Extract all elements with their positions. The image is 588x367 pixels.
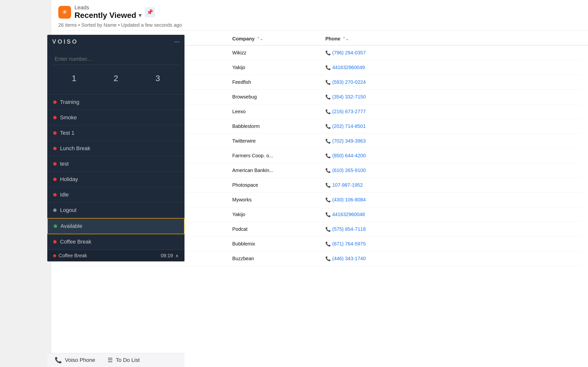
status-label: Training [60,99,79,105]
status-dot [53,162,57,166]
voiso-logo: VOISO [52,38,78,45]
status-dot [53,178,57,181]
status-item-training[interactable]: Training [47,95,184,110]
status-item-available[interactable]: Available [47,218,184,234]
cell-company: Farmers Coop. o... [230,148,323,163]
cell-phone[interactable]: 📞 (796) 294-0357 [323,46,401,60]
phone-number[interactable]: 107-987-1952 [332,182,363,188]
status-label: test [60,161,69,167]
phone-number[interactable]: (354) 332-7150 [332,94,366,100]
app-icon: ✳ [58,6,71,19]
number-input[interactable] [53,53,179,65]
cell-phone[interactable]: 📞 (850) 644-4200 [323,148,401,163]
dialpad-3[interactable]: 3 [150,71,165,86]
sort-icon-company: ⌃⌄ [257,37,263,41]
cell-phone[interactable]: 📞 (354) 332-7150 [323,90,401,104]
status-label: Idle [60,192,69,198]
cell-phone[interactable]: 📞 (671) 764-5975 [323,237,401,251]
cell-company: Buzzbean [230,251,323,266]
status-list: Training Smoke Test 1 Lunch Break test H… [47,94,184,250]
cell-company: Yakijo [230,60,323,75]
status-dot [53,131,57,135]
cell-company: Photospace [230,178,323,192]
time-display: 09:19 [161,253,173,258]
cell-phone[interactable]: 📞 (446) 343-1740 [323,251,401,266]
footer-nav-voiso-phone[interactable]: 📞 Voiso Phone [55,357,95,364]
coffee-dot [53,254,56,257]
cell-company: Bubblemix [230,237,323,251]
voiso-minimize-button[interactable]: — [174,38,180,45]
status-item-test-1[interactable]: Test 1 [47,125,184,141]
cell-phone[interactable]: 📞 107-987-1952 [323,178,401,192]
status-item-lunch-break[interactable]: Lunch Break [47,141,184,156]
status-dot [53,208,57,212]
cell-company: Feedfish [230,75,323,89]
voiso-panel: VOISO — 1 2 3 Training Smoke Test 1 Lunc… [47,35,184,261]
cell-phone[interactable]: 📞 (593) 270-0224 [323,75,401,89]
phone-icon: 📞 [325,124,331,129]
phone-icon: 📞 [325,197,331,203]
phone-number[interactable]: (575) 854-7118 [332,226,366,232]
phone-number[interactable]: (202) 714-8501 [332,123,366,129]
footer-nav-todo[interactable]: ☰ To Do List [108,357,140,364]
status-item-logout[interactable]: Logout [47,203,184,218]
status-item-test[interactable]: test [47,156,184,172]
status-label: Smoke [60,114,77,121]
coffee-break-label: Coffee Break [59,253,87,258]
status-item-holiday[interactable]: Holiday [47,172,184,187]
phone-number[interactable]: (850) 644-4200 [332,153,366,159]
status-label: Holiday [60,176,78,183]
cell-phone[interactable]: 📞 (575) 854-7118 [323,222,401,236]
phone-number[interactable]: (446) 343-1740 [332,256,366,261]
status-item-smoke[interactable]: Smoke [47,110,184,125]
phone-icon: 📞 [325,80,331,85]
status-dot [53,116,57,119]
phone-number[interactable]: (796) 294-0357 [332,50,366,56]
phone-icon: 📞 [325,256,331,261]
crm-module-label: Leads [74,4,141,11]
status-dot [53,193,57,196]
phone-number[interactable]: (216) 673-2777 [332,109,366,114]
dialpad-1[interactable]: 1 [67,71,81,86]
cell-phone[interactable]: 📞 (702) 349-3963 [323,134,401,148]
status-dot [53,100,57,104]
status-item-idle[interactable]: Idle [47,187,184,203]
voiso-bottom-bar: Coffee Break 09:19 ∧ [47,250,184,261]
status-label: Coffee Break [60,239,91,245]
phone-number[interactable]: (593) 270-0224 [332,79,366,85]
voiso-dialpad: 1 2 3 [47,49,184,94]
col-header-phone[interactable]: Phone ⌃⌄ [323,33,401,45]
chevron-up-icon[interactable]: ∧ [175,253,179,258]
phone-icon: 📞 [325,212,331,217]
todo-icon: ☰ [108,357,113,364]
phone-number[interactable]: 441632960048 [332,212,365,217]
phone-number[interactable]: (430) 106-8084 [332,197,366,203]
status-dot [53,240,57,244]
cell-phone[interactable]: 📞 441632960049 [323,60,401,75]
dialpad-2[interactable]: 2 [109,71,123,86]
cell-company: Yakijo [230,207,323,222]
cell-company: Babblestorm [230,119,323,134]
phone-number[interactable]: (610) 265-9100 [332,168,366,173]
pin-button[interactable]: 📌 [145,7,155,17]
phone-number[interactable]: (702) 349-3963 [332,138,366,144]
status-label: Logout [60,207,76,213]
browser-sidebar [0,0,51,367]
crm-title-area: Leads Recently Viewed ▾ [74,4,141,20]
phone-icon: 📞 [325,183,331,188]
status-label: Available [61,223,82,229]
phone-number[interactable]: (671) 764-5975 [332,241,366,247]
view-dropdown-arrow[interactable]: ▾ [139,12,141,19]
cell-phone[interactable]: 📞 (202) 714-8501 [323,119,401,134]
cell-phone[interactable]: 📞 (216) 673-2777 [323,104,401,119]
cell-phone[interactable]: 📞 (610) 265-9100 [323,163,401,178]
col-header-company[interactable]: Company ⌃⌄ [230,33,323,45]
phone-number[interactable]: 441632960049 [332,65,365,70]
crm-view-title-text[interactable]: Recently Viewed [74,11,136,20]
cell-phone[interactable]: 📞 441632960048 [323,207,401,222]
crm-header: ✳ Leads Recently Viewed ▾ 📌 26 items • S… [51,0,588,31]
status-item-coffee-break[interactable]: Coffee Break [47,234,184,250]
phone-icon: 📞 [325,227,331,232]
cell-phone[interactable]: 📞 (430) 106-8084 [323,193,401,207]
crm-footer: 📞 Voiso Phone ☰ To Do List [47,353,184,367]
